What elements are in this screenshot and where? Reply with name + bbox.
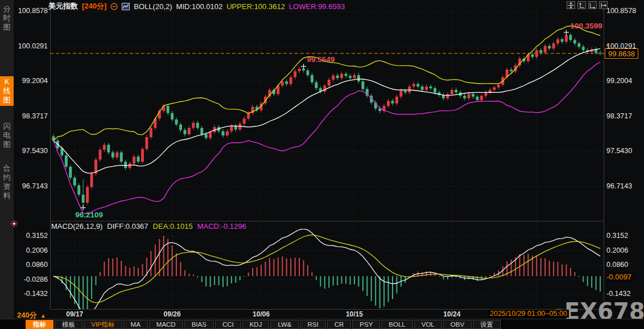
toolbar-button-11[interactable]: PSY [352, 320, 380, 329]
toolbar-button-2[interactable]: VIP指标 [84, 320, 122, 329]
xaxis-datetime: 2025/10/29 01:00~05:00 [488, 310, 569, 318]
main-axis-label-left: 99.2004 [16, 77, 48, 85]
macd-axis-label-right: 0.0860 [606, 261, 642, 269]
boll-upper-value: UPPER:100.3612 [226, 2, 285, 11]
price-chart[interactable]: 96.210999.5549100.3599 [50, 0, 604, 310]
sidebar-tab-0[interactable]: 分时图 [0, 3, 14, 33]
chart-header: 美元指数 [240分] BOLL(20,2) MID:100.0102 UPPE… [48, 2, 345, 11]
toolbar-button-4[interactable]: MACD [149, 320, 183, 329]
main-axis-label-right: 98.3717 [606, 112, 642, 120]
macd-axis-label-left: 0.0860 [16, 261, 48, 269]
indicator-chart-icon[interactable] [122, 3, 130, 10]
main-axis-label-right: 97.5430 [606, 147, 642, 155]
collapse-icon[interactable] [110, 3, 118, 10]
macd-value: MACD:-0.1296 [197, 222, 246, 231]
chart-tool-buttons [567, 1, 608, 9]
svg-text:100.3599: 100.3599 [570, 22, 602, 30]
toolbar-button-3[interactable]: MA [123, 320, 148, 329]
macd-indicator-label: MACD(26,12,9) [51, 222, 102, 231]
toolbar-button-1[interactable]: 模板 [55, 320, 82, 329]
boll-mid-value: MID:100.0102 [176, 2, 223, 11]
period-label: [240分] [82, 1, 106, 11]
xaxis-date-label: 10/15 [342, 310, 367, 318]
sidebar-tab-1[interactable]: K线图 [0, 76, 14, 106]
main-axis-label-right: 99.2004 [606, 77, 642, 85]
macd-axis-label-left: 0.3152 [16, 232, 48, 240]
shift-right-icon[interactable] [599, 1, 608, 9]
pan-move-icon[interactable] [567, 1, 575, 9]
macd-dea-value: DEA:0.1015 [153, 222, 193, 231]
main-axis-label-left: 97.5430 [16, 147, 48, 155]
macd-header: MACD(26,12,9) DIFF:0.0367 DEA:0.1015 MAC… [51, 222, 246, 231]
toolbar-button-5[interactable]: BIAS [184, 320, 214, 329]
main-axis-label-left: 100.0291 [16, 42, 48, 50]
xaxis-date-label: 10/24 [439, 310, 464, 318]
symbol-name: 美元指数 [48, 1, 78, 11]
toolbar-button-7[interactable]: KDJ [242, 320, 270, 329]
y-scale-icon[interactable] [577, 1, 586, 9]
xaxis-date-label: 10/06 [249, 310, 274, 318]
toolbar-button-13[interactable]: VOL [414, 320, 442, 329]
macd-axis-label-right: 0.2006 [606, 246, 642, 254]
period-up-arrow: ▲ [40, 312, 46, 319]
toolbar-button-9[interactable]: RSI [300, 320, 326, 329]
macd-axis-label-left: -0.1432 [16, 290, 48, 298]
svg-text:96.2109: 96.2109 [75, 211, 103, 219]
svg-text:99.5549: 99.5549 [307, 55, 335, 64]
toolbar-button-8[interactable]: LW& [270, 320, 299, 329]
boll-indicator-label: BOLL(20,2) [134, 2, 172, 11]
alert-icon[interactable] [11, 219, 18, 229]
macd-axis-label-left: 0.2006 [16, 246, 48, 254]
toolbar-button-6[interactable]: CCI [215, 320, 241, 329]
toolbar-button-14[interactable]: OBV [443, 320, 472, 329]
macd-axis-label-left: -0.0286 [16, 275, 48, 283]
macd-diff-value: DIFF:0.0367 [107, 222, 148, 231]
toolbar-button-12[interactable]: BOLL [381, 320, 412, 329]
price-up-arrow: ▲ [605, 42, 610, 47]
boll-lower-value: LOWER:99.6593 [289, 2, 345, 11]
toolbar-button-10[interactable]: CR [327, 320, 352, 329]
current-macd-badge: -0.0097 [604, 273, 634, 282]
main-axis-label-left: 96.7143 [16, 182, 48, 190]
macd-axis-label-right: 0.3152 [606, 232, 642, 240]
sidebar-tab-2[interactable]: 闪电图 [0, 121, 14, 150]
main-axis-label-left: 100.8578 [16, 7, 48, 15]
x-scale-icon[interactable] [588, 1, 597, 9]
main-axis-label-right: 100.8578 [606, 7, 642, 15]
macd-axis-label-right: -0.1432 [606, 290, 642, 298]
main-axis-label-left: 98.3717 [16, 112, 48, 120]
indicator-toolbar: 指标模板VIP指标MAMACDBIASCCIKDJLW&RSICRPSYBOLL… [0, 319, 644, 329]
toolbar-button-0[interactable]: 指标 [26, 320, 53, 329]
left-tab-bar: 分时图K线图闪电图合约资料 [0, 0, 14, 319]
xaxis-date-label: 09/26 [160, 310, 185, 318]
xaxis-date-label: 09/17 [62, 310, 87, 318]
current-price-badge: 99.8638 [605, 48, 638, 59]
sidebar-tab-3[interactable]: 合约资料 [0, 163, 14, 201]
toolbar-button-15[interactable]: 设置 [473, 320, 501, 329]
main-axis-label-right: 96.7143 [606, 182, 642, 190]
trading-chart-app: 分时图K线图闪电图合约资料 美元指数 [240分] BOLL(20,2) MID… [0, 0, 644, 329]
